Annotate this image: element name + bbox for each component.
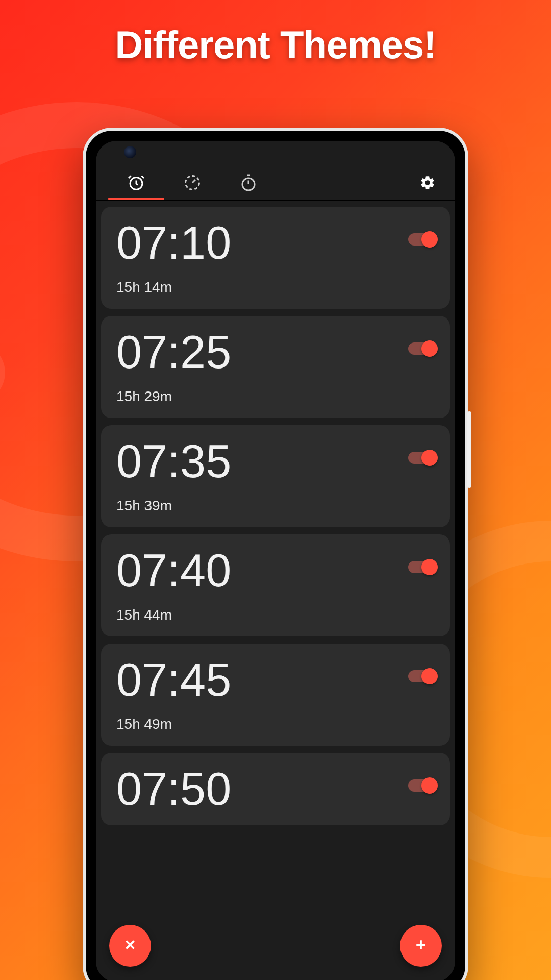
alarm-remaining: 15h 39m [116, 498, 231, 514]
app-screen: 07:10 15h 14m 07:25 15h 29m 07:35 15h 39… [96, 141, 455, 980]
alarm-remaining: 15h 14m [116, 279, 231, 296]
alarm-time: 07:40 [116, 548, 231, 594]
alarm-toggle[interactable] [408, 342, 435, 355]
plus-icon [413, 937, 429, 954]
alarm-time: 07:35 [116, 438, 231, 484]
tab-alarm[interactable] [108, 168, 164, 199]
alarm-clock-icon [127, 174, 145, 194]
close-icon [122, 937, 138, 954]
tab-bar [96, 141, 455, 200]
close-button[interactable] [109, 925, 151, 967]
alarm-item[interactable]: 07:10 15h 14m [101, 207, 450, 309]
alarm-toggle[interactable] [408, 779, 435, 792]
active-tab-indicator [108, 198, 164, 200]
alarm-item[interactable]: 07:45 15h 49m [101, 644, 450, 746]
settings-button[interactable] [412, 175, 443, 193]
alarm-time: 07:10 [116, 220, 231, 266]
tab-stopwatch[interactable] [220, 168, 277, 199]
gear-icon [419, 175, 436, 193]
alarm-item[interactable]: 07:50 [101, 753, 450, 825]
alarm-item[interactable]: 07:40 15h 44m [101, 534, 450, 636]
alarm-remaining: 15h 29m [116, 388, 231, 405]
alarm-toggle[interactable] [408, 670, 435, 682]
alarm-time: 07:25 [116, 329, 231, 375]
add-alarm-button[interactable] [400, 925, 442, 967]
phone-frame: 07:10 15h 14m 07:25 15h 29m 07:35 15h 39… [83, 128, 468, 980]
alarm-item[interactable]: 07:35 15h 39m [101, 425, 450, 527]
camera-lens [124, 146, 136, 158]
alarm-item[interactable]: 07:25 15h 29m [101, 316, 450, 418]
alarm-toggle[interactable] [408, 233, 435, 246]
promo-headline: Different Themes! [0, 0, 551, 67]
alarm-toggle[interactable] [408, 452, 435, 464]
timer-icon [183, 174, 202, 194]
tab-timer[interactable] [164, 168, 220, 199]
alarm-time: 07:45 [116, 657, 231, 703]
alarm-toggle[interactable] [408, 561, 435, 573]
alarm-time: 07:50 [116, 766, 231, 812]
stopwatch-icon [239, 174, 258, 194]
alarm-list: 07:10 15h 14m 07:25 15h 29m 07:35 15h 39… [96, 201, 455, 980]
alarm-remaining: 15h 49m [116, 716, 231, 732]
alarm-remaining: 15h 44m [116, 607, 231, 623]
